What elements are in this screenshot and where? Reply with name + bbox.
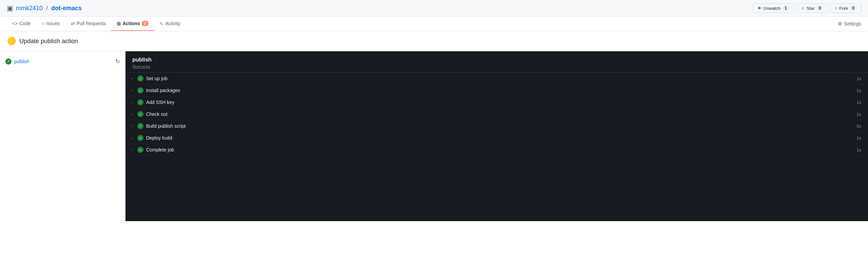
step-name: Set up job [146,76,168,81]
fork-count: 0 [850,5,857,11]
step-success-icon [137,111,143,117]
activity-icon: ∿ [159,21,163,26]
tab-activity[interactable]: ∿ Activity [154,17,186,31]
chevron-icon: › [131,112,133,117]
step-name: Complete job [146,147,174,153]
step-left: › Build publish script [131,123,186,129]
steps-list: › Set up job 1s › Install packages 1s [126,73,868,156]
unwatch-button[interactable]: 👁 Unwatch 1 [753,3,794,13]
tab-pr-label: Pull Requests [77,21,106,26]
main-layout: publish ↻ publish Success › Set up job [0,51,868,221]
step-success-icon [137,135,143,141]
step-name: Check out [146,111,168,117]
sidebar-job-name: publish [14,59,29,64]
step-setup-job[interactable]: › Set up job 1s [126,73,868,85]
step-time: 1s [856,112,861,117]
unwatch-label: Unwatch [764,6,781,11]
chevron-icon: › [131,76,133,81]
repo-icon: ▣ [7,4,13,12]
step-time: 1s [856,88,861,93]
step-name: Build publish script [146,123,186,129]
workflow-status-icon: 🟡 [7,37,16,46]
star-icon: ☆ [801,6,805,11]
star-count: 0 [816,5,824,11]
step-build-publish-script[interactable]: › Build publish script 5s [126,120,868,132]
job-detail-status: Success [132,64,861,70]
fork-label: Fork [839,6,848,11]
step-success-icon [137,123,143,129]
workflow-header: 🟡 Update publish action [0,31,868,51]
step-time: 1s [856,136,861,141]
header-actions: 👁 Unwatch 1 ☆ Star 0 ⑂ Fork 0 [753,3,861,13]
chevron-icon: › [131,136,133,140]
step-left: › Check out [131,111,168,117]
sidebar: publish ↻ [0,51,126,221]
eye-icon: 👁 [757,6,762,11]
job-detail-header: publish Success [126,51,868,73]
step-time: 1s [856,76,861,81]
chevron-icon: › [131,100,133,105]
step-left: › Install packages [131,87,180,93]
tab-actions-badge: 1 [142,21,149,26]
tab-pull-requests[interactable]: ⇄ Pull Requests [65,17,111,31]
tab-issues[interactable]: ○ Issues [36,17,65,31]
header-bar: ▣ mmk2410 / dot-emacs 👁 Unwatch 1 ☆ Star… [0,0,868,17]
step-install-packages[interactable]: › Install packages 1s [126,85,868,96]
issues-icon: ○ [42,21,44,26]
repo-name-link[interactable]: dot-emacs [51,5,82,12]
step-left: › Deploy build [131,135,172,141]
page-content: 🟡 Update publish action publish ↻ publis… [0,31,868,221]
tab-activity-label: Activity [165,21,180,26]
fork-button[interactable]: ⑂ Fork 0 [830,3,861,13]
pr-icon: ⇄ [71,21,75,26]
sidebar-job-publish[interactable]: publish ↻ [0,55,125,67]
chevron-icon: › [131,88,133,93]
tab-issues-label: Issues [46,21,60,26]
settings-label: Settings [844,21,861,26]
tab-actions[interactable]: ◎ Actions 1 [111,17,154,31]
nav-tabs-left: <> Code ○ Issues ⇄ Pull Requests ◎ Actio… [7,17,186,31]
step-success-icon [137,87,143,93]
code-icon: <> [12,21,18,26]
tab-code[interactable]: <> Code [7,17,36,31]
unwatch-count: 1 [782,5,789,11]
refresh-icon[interactable]: ↻ [115,58,120,65]
step-name: Install packages [146,88,180,93]
nav-tabs: <> Code ○ Issues ⇄ Pull Requests ◎ Actio… [0,17,868,31]
step-name: Add SSH key [146,100,174,105]
step-deploy-build[interactable]: › Deploy build 1s [126,132,868,144]
actions-icon: ◎ [117,21,121,26]
step-add-ssh-key[interactable]: › Add SSH key 1s [126,96,868,108]
job-detail-panel: publish Success › Set up job 1s › [126,51,868,221]
step-complete-job[interactable]: › Complete job 1s [126,144,868,156]
step-time: 1s [856,100,861,105]
job-detail-name: publish [132,57,861,63]
step-time: 5s [856,124,861,129]
repo-owner-link[interactable]: mmk2410 [16,5,43,12]
settings-icon: ⚙ [838,21,842,26]
settings-link[interactable]: ⚙ Settings [838,17,861,31]
nav-tabs-right: ⚙ Settings [838,17,861,31]
repo-separator: / [46,5,48,12]
step-left: › Add SSH key [131,99,174,105]
step-name: Deploy build [146,135,172,141]
job-success-icon [5,58,12,65]
tab-code-label: Code [19,21,31,26]
workflow-title: Update publish action [19,38,78,45]
step-success-icon [137,147,143,153]
fork-icon: ⑂ [835,6,837,11]
repo-title: ▣ mmk2410 / dot-emacs [7,4,82,12]
step-success-icon [137,99,143,105]
step-success-icon [137,75,143,82]
star-label: Star [807,6,815,11]
step-left: › Complete job [131,147,174,153]
chevron-icon: › [131,124,133,128]
step-left: › Set up job [131,75,168,82]
chevron-icon: › [131,148,133,152]
star-button[interactable]: ☆ Star 0 [796,3,828,13]
sidebar-job-left: publish [5,58,29,65]
step-time: 1s [856,147,861,153]
step-check-out[interactable]: › Check out 1s [126,108,868,120]
tab-actions-label: Actions [122,21,140,26]
